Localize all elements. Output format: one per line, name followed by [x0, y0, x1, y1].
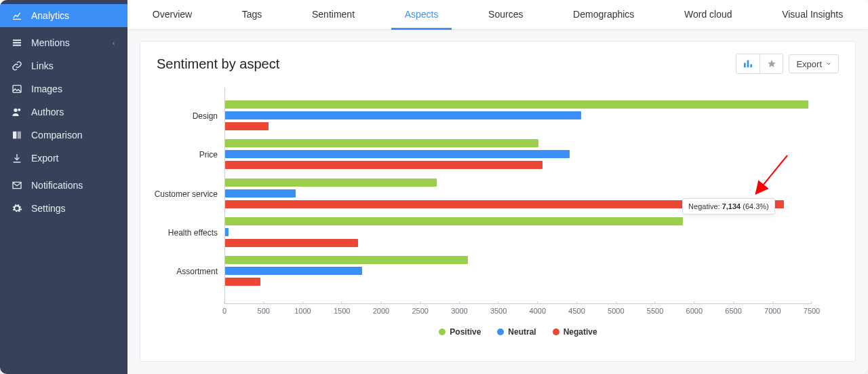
x-tick: 1500	[334, 307, 350, 315]
bar-negative[interactable]	[225, 239, 358, 247]
compare-icon	[11, 129, 23, 141]
x-tick: 0	[222, 307, 226, 315]
bar-negative[interactable]	[225, 122, 269, 130]
chart: 0500100015002000250030003500400045005000…	[157, 88, 839, 345]
aspect-group: Assortment	[224, 256, 812, 286]
x-tick: 6000	[686, 307, 703, 315]
x-tick: 3500	[490, 307, 507, 315]
sidebar-item-mentions[interactable]: Mentions‹	[0, 31, 127, 54]
aspect-label: Health effects	[150, 228, 218, 238]
chart-panel: Sentiment by aspect Export	[140, 41, 856, 362]
sidebar-item-notifications[interactable]: Notifications	[0, 174, 127, 197]
svg-marker-11	[768, 60, 776, 67]
svg-point-4	[14, 109, 17, 112]
sidebar: AnalyticsMentions‹LinksImagesAuthorsComp…	[0, 0, 127, 374]
legend-positive: Positive	[450, 327, 481, 337]
bar-neutral[interactable]	[225, 111, 581, 119]
svg-rect-6	[13, 132, 16, 139]
sidebar-item-images[interactable]: Images	[0, 77, 127, 100]
tab-visual-insights[interactable]: Visual Insights	[768, 0, 856, 30]
sidebar-item-comparison[interactable]: Comparison	[0, 124, 127, 147]
legend-dot-positive	[439, 329, 446, 335]
people-icon	[11, 106, 23, 118]
star-view-button[interactable]	[760, 54, 783, 73]
page-title: Sentiment by aspect	[157, 56, 279, 72]
bar-positive[interactable]	[225, 256, 468, 264]
tab-overview[interactable]: Overview	[139, 0, 205, 30]
x-tick: 3000	[451, 307, 467, 315]
sidebar-item-label: Mentions	[31, 37, 70, 48]
aspect-label: Price	[150, 150, 218, 160]
view-mode-segment	[736, 54, 783, 74]
mail-icon	[11, 179, 23, 191]
x-tick: 4500	[568, 307, 585, 315]
x-tick: 5000	[608, 307, 624, 315]
legend: Positive Neutral Negative	[224, 327, 812, 337]
download-icon	[11, 152, 23, 164]
svg-rect-7	[18, 132, 21, 139]
bar-negative[interactable]	[225, 278, 260, 286]
x-tick: 7000	[764, 307, 781, 315]
svg-rect-0	[13, 39, 21, 41]
aspect-group: Price	[224, 139, 812, 169]
bar-neutral[interactable]	[225, 267, 362, 275]
bar-neutral[interactable]	[225, 150, 570, 158]
tab-aspects[interactable]: Aspects	[391, 0, 452, 30]
bar-positive[interactable]	[225, 179, 437, 187]
sidebar-item-label: Comparison	[31, 130, 82, 141]
tab-sentiment[interactable]: Sentiment	[298, 0, 368, 30]
x-tick: 500	[258, 307, 270, 315]
x-tick: 2000	[373, 307, 389, 315]
sidebar-item-label: Authors	[31, 107, 64, 117]
svg-rect-10	[751, 64, 753, 68]
tab-tags[interactable]: Tags	[229, 0, 276, 30]
export-button-label: Export	[796, 59, 822, 69]
gear-icon	[11, 202, 23, 214]
sidebar-item-label: Export	[31, 153, 58, 164]
sidebar-item-label: Settings	[31, 203, 66, 214]
tab-demographics[interactable]: Demographics	[559, 0, 648, 30]
sidebar-item-label: Analytics	[31, 10, 69, 21]
aspect-group: Design	[224, 100, 812, 130]
aspect-label: Design	[150, 111, 218, 121]
sidebar-item-links[interactable]: Links	[0, 54, 127, 77]
svg-rect-8	[744, 63, 746, 68]
x-tick: 2500	[412, 307, 428, 315]
svg-point-5	[18, 109, 20, 111]
tooltip-value: 7,134	[722, 202, 741, 210]
legend-dot-neutral	[497, 329, 504, 335]
x-tick: 7500	[804, 307, 820, 315]
bar-positive[interactable]	[225, 100, 808, 109]
bar-negative[interactable]	[225, 161, 542, 169]
tab-word-cloud[interactable]: Word cloud	[671, 0, 746, 30]
panel-toolbar: Export	[736, 54, 839, 74]
bar-view-button[interactable]	[736, 54, 760, 73]
x-tick: 4000	[530, 307, 546, 315]
x-ticks: 0500100015002000250030003500400045005000…	[224, 307, 812, 320]
tooltip-pct: (64.3%)	[741, 202, 769, 210]
export-button[interactable]: Export	[789, 54, 839, 73]
sidebar-item-label: Images	[31, 83, 62, 94]
chevron-down-icon	[826, 61, 831, 67]
sidebar-item-settings[interactable]: Settings	[0, 197, 127, 220]
image-icon	[11, 83, 23, 95]
bar-neutral[interactable]	[225, 189, 296, 198]
tab-sources[interactable]: Sources	[475, 0, 536, 30]
sidebar-item-export[interactable]: Export	[0, 147, 127, 170]
bar-positive[interactable]	[225, 139, 538, 147]
svg-rect-9	[747, 60, 749, 68]
x-tick: 5500	[647, 307, 663, 315]
legend-neutral: Neutral	[508, 327, 536, 337]
legend-dot-negative	[553, 329, 559, 335]
x-axis	[224, 303, 812, 304]
tooltip-label: Negative:	[688, 202, 722, 210]
sidebar-item-label: Links	[31, 60, 54, 71]
sidebar-item-authors[interactable]: Authors	[0, 100, 127, 124]
tooltip: Negative: 7,134 (64.3%)	[682, 198, 775, 214]
x-tick: 6500	[725, 307, 741, 315]
bar-neutral[interactable]	[225, 228, 229, 236]
bar-positive[interactable]	[225, 217, 683, 225]
aspect-group: Health effects	[224, 217, 812, 247]
list-icon	[11, 37, 23, 49]
sidebar-item-analytics[interactable]: Analytics	[0, 4, 127, 27]
